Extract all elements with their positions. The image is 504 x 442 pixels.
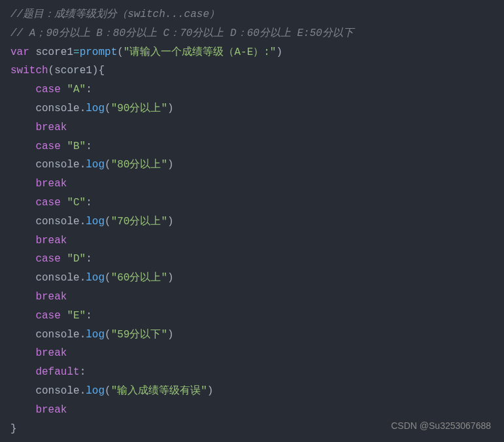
- log-c: console.log("70分以上"): [10, 212, 494, 231]
- log-a: console.log("90分以上"): [10, 99, 494, 118]
- break-b: break: [10, 175, 494, 194]
- log-b: console.log("80分以上"): [10, 156, 494, 175]
- switch-statement: switch(score1){: [10, 61, 494, 80]
- case-b: case "B":: [10, 137, 494, 156]
- log-d: console.log("60分以上"): [10, 269, 494, 288]
- comment-line-2: // A；90分以上 B：80分以上 C：70分以上 D：60分以上 E:50分…: [10, 24, 494, 43]
- break-default: break: [10, 401, 494, 420]
- break-c: break: [10, 231, 494, 250]
- log-default: console.log("输入成绩等级有误"): [10, 382, 494, 401]
- case-d: case "D":: [10, 250, 494, 269]
- break-a: break: [10, 118, 494, 137]
- var-declaration: var score1=prompt("请输入一个成绩等级（A-E）:"): [10, 43, 494, 62]
- default-case: default:: [10, 363, 494, 382]
- break-d: break: [10, 288, 494, 307]
- code-block: //题目：成绩等级划分（switch...case） // A；90分以上 B：…: [10, 5, 494, 438]
- log-e: console.log("59分以下"): [10, 326, 494, 345]
- break-e: break: [10, 344, 494, 363]
- case-a: case "A":: [10, 80, 494, 99]
- comment-line-1: //题目：成绩等级划分（switch...case）: [10, 5, 494, 24]
- case-c: case "C":: [10, 194, 494, 212]
- watermark-text: CSDN @Su3253067688: [391, 418, 491, 434]
- case-e: case "E":: [10, 307, 494, 326]
